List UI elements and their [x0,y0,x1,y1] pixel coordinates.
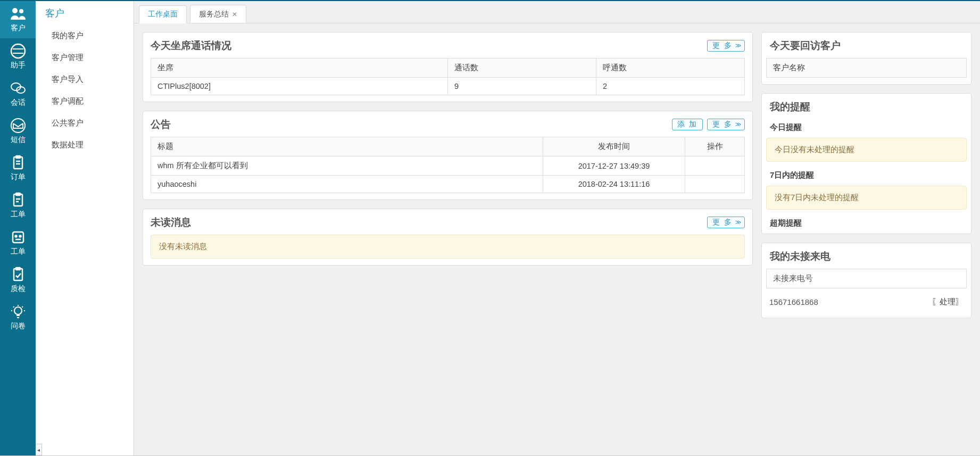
panel-title-callback: 今天要回访客户 [762,32,971,58]
missed-call-row: 15671661868 〖处理〗 [766,293,967,311]
col-time: 发布时间 [543,137,685,156]
cell-time: 2017-12-27 13:49:39 [543,156,685,176]
cell-title[interactable]: whm 所有企业都可以看到 [151,156,543,176]
app-root: 客户 助手 会话 短信 订单 [0,0,980,456]
chevron-right-icon: >> [735,121,740,128]
svg-point-15 [14,307,22,314]
callback-table: 客户名称 [766,58,967,78]
missed-call-number: 15671661868 [769,297,818,306]
col-agent: 坐席 [151,59,448,78]
svg-point-12 [19,236,21,237]
panel-title-announcements: 公告 [151,118,171,131]
svg-rect-6 [14,157,22,169]
missed-header: 未接来电号 [766,269,967,288]
cell-connected: 2 [596,78,744,95]
nav-label-tickets2: 工单 [11,247,26,256]
reminders-7day-header: 7日内的提醒 [762,167,971,184]
nav-label-assistant: 助手 [11,61,26,70]
tab-label: 服务总结 [199,10,229,19]
clipboard-icon [10,154,27,171]
side-column: 今天要回访客户 客户名称 我的提醒 今日提醒 今日没有未处理的提醒 7日内的提醒… [761,32,971,447]
panel-missed-calls: 我的未接来电 未接来电号 15671661868 〖处理〗 [761,243,971,318]
nav-label-chat: 会话 [11,98,26,107]
content-row: 今天坐席通话情况 更 多 >> 坐席 通话数 呼通数 CT [134,23,980,455]
assistant-icon [10,43,27,60]
submenu-item-customer-assign[interactable]: 客户调配 [36,90,134,112]
nav-item-orders[interactable]: 订单 [0,150,36,187]
main-column: 今天坐席通话情况 更 多 >> 坐席 通话数 呼通数 CT [143,32,753,447]
nav-item-chat[interactable]: 会话 [0,76,36,113]
announcements-table: 标题 发布时间 操作 whm 所有企业都可以看到 2017-12-27 13:4… [151,137,745,193]
nav-label-sms: 短信 [11,135,26,145]
tab-close-icon[interactable]: ✕ [232,11,237,18]
collapse-submenu-handle[interactable]: ◂ [36,444,42,455]
agent-calls-table: 坐席 通话数 呼通数 CTIPlus2[8002] 9 2 [151,58,745,95]
panel-title-unread: 未读消息 [151,215,191,229]
nav-label-customers: 客户 [11,23,26,33]
svg-point-0 [12,8,18,13]
panel-title-missed: 我的未接来电 [762,243,971,269]
svg-point-2 [11,44,25,58]
col-op: 操作 [685,137,745,156]
svg-rect-14 [16,268,20,270]
tab-service-summary[interactable]: 服务总结 ✕ [190,5,246,23]
table-row: CTIPlus2[8002] 9 2 [151,78,745,95]
reminders-overdue-header: 超期提醒 [762,215,971,231]
more-button-announcements[interactable]: 更 多 >> [707,119,745,130]
nav-label-qa: 质检 [11,284,26,294]
clipboard2-icon [10,192,27,209]
unread-empty-msg: 没有未读消息 [151,235,745,259]
cell-title[interactable]: yuhaoceshi [151,176,543,193]
svg-point-1 [19,9,23,13]
svg-rect-9 [16,193,20,195]
nav-item-assistant[interactable]: 助手 [0,38,36,76]
chevron-right-icon: >> [735,42,740,49]
cell-agent: CTIPlus2[8002] [151,78,448,95]
nav-item-survey[interactable]: 问卷 [0,299,36,336]
bulb-icon [10,303,27,320]
col-customer-name: 客户名称 [767,59,967,78]
add-button-announcements[interactable]: 添 加 [672,119,703,130]
submenu-item-customer-import[interactable]: 客户导入 [36,69,134,90]
submenu-panel: 客户 我的客户 客户管理 客户导入 客户调配 公共客户 数据处理 [36,1,134,455]
users-icon [10,5,27,22]
cell-op [685,156,745,176]
nav-item-customers[interactable]: 客户 [0,1,36,38]
table-header-row: 坐席 通话数 呼通数 [151,59,745,78]
svg-rect-13 [14,269,22,280]
panel-agent-calls: 今天坐席通话情况 更 多 >> 坐席 通话数 呼通数 CT [143,32,753,102]
cell-calls: 9 [448,78,596,95]
nav-label-tickets: 工单 [11,210,26,219]
submenu-item-customer-mgmt[interactable]: 客户管理 [36,47,134,69]
nav-item-tickets2[interactable]: 工单 [0,225,36,262]
col-title: 标题 [151,137,543,156]
nav-item-tickets[interactable]: 工单 [0,187,36,225]
panel-reminders: 我的提醒 今日提醒 今日没有未处理的提醒 7日内的提醒 没有7日内未处理的提醒 … [761,93,971,234]
table-header-row: 标题 发布时间 操作 [151,137,745,156]
chevron-right-icon: >> [735,219,740,226]
panel-callback: 今天要回访客户 客户名称 [761,32,971,85]
submenu-item-public-customers[interactable]: 公共客户 [36,112,134,134]
submenu-item-data-processing[interactable]: 数据处理 [36,134,134,156]
col-calls: 通话数 [448,59,596,78]
nav-strip: 客户 助手 会话 短信 订单 [0,1,36,455]
missed-call-action[interactable]: 〖处理〗 [932,297,964,307]
mail-icon [10,117,27,134]
face-icon [10,229,27,246]
panel-announcements: 公告 添 加 更 多 >> 标 [143,111,753,200]
svg-point-11 [15,236,16,237]
tab-label: 工作桌面 [148,10,178,19]
svg-rect-7 [16,156,20,158]
nav-item-sms[interactable]: 短信 [0,113,36,150]
reminders-today-msg: 今日没有未处理的提醒 [766,138,967,162]
main-area: 工作桌面 服务总结 ✕ 今天坐席通话情况 更 多 >> [134,1,980,455]
more-button-unread[interactable]: 更 多 >> [707,217,745,228]
tab-desktop[interactable]: 工作桌面 [139,5,187,23]
more-button-agent-calls[interactable]: 更 多 >> [707,40,745,52]
submenu-item-my-customers[interactable]: 我的客户 [36,25,134,47]
clipcheck-icon [10,266,27,283]
nav-item-qa[interactable]: 质检 [0,262,36,299]
cell-time: 2018-02-24 13:11:16 [543,176,685,193]
tabs-bar: 工作桌面 服务总结 ✕ [134,1,980,23]
table-row: whm 所有企业都可以看到 2017-12-27 13:49:39 [151,156,745,176]
